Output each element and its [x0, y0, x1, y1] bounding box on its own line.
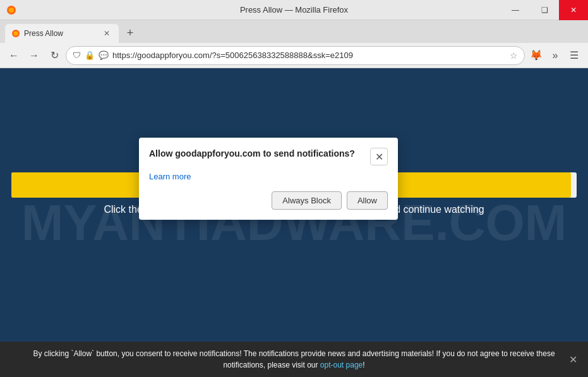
- extensions-button[interactable]: »: [546, 47, 564, 64]
- menu-button[interactable]: ☰: [565, 47, 583, 64]
- nav-right-buttons: 🦊 » ☰: [527, 47, 583, 64]
- close-button[interactable]: ✕: [559, 0, 588, 20]
- bottom-bar-text: By clicking `Allow` button, you consent …: [19, 348, 569, 371]
- active-tab[interactable]: Press Allow ✕: [5, 24, 119, 43]
- dialog-title: Allow goodappforyou.com to send notifica…: [149, 148, 364, 160]
- reload-button[interactable]: ↻: [45, 47, 63, 64]
- browser-window: Press Allow — Mozilla Firefox — ❑ ✕ Pres…: [0, 0, 588, 377]
- minimize-button[interactable]: —: [501, 0, 530, 20]
- bottom-bar-text-before: By clicking `Allow` button, you consent …: [33, 349, 555, 369]
- url-text: https://goodappforyou.com/?s=50062563833…: [112, 51, 506, 60]
- page-content: MYANTIADWARE.COM 99% Click the «Allow» b…: [0, 68, 588, 377]
- svg-point-1: [9, 8, 14, 13]
- always-block-button[interactable]: Always Block: [272, 191, 342, 210]
- window-title: Press Allow — Mozilla Firefox: [240, 5, 348, 15]
- tab-bar: Press Allow ✕ +: [0, 20, 588, 43]
- nav-bar: ← → ↻ 🛡 🔒 💬 https://goodappforyou.com/?s…: [0, 43, 588, 68]
- bottom-bar-close-button[interactable]: ✕: [565, 352, 580, 367]
- dialog-actions: Always Block Allow: [149, 191, 388, 210]
- dialog-header: Allow goodappforyou.com to send notifica…: [149, 148, 388, 165]
- tab-title: Press Allow: [24, 29, 97, 38]
- maximize-button[interactable]: ❑: [530, 0, 559, 20]
- notification-dialog: Allow goodappforyou.com to send notifica…: [139, 138, 398, 220]
- notifications-icon: 💬: [99, 51, 109, 60]
- bookmark-star-icon[interactable]: ☆: [510, 51, 518, 61]
- back-button[interactable]: ←: [5, 47, 23, 64]
- tab-favicon: [11, 29, 20, 38]
- window-controls: — ❑ ✕: [501, 0, 588, 20]
- forward-button[interactable]: →: [25, 47, 43, 64]
- lock-icon: 🔒: [85, 51, 95, 60]
- address-bar[interactable]: 🛡 🔒 💬 https://goodappforyou.com/?s=50062…: [66, 46, 525, 65]
- opt-out-link[interactable]: opt-out page: [320, 361, 363, 369]
- allow-button[interactable]: Allow: [347, 191, 388, 210]
- svg-point-3: [14, 32, 18, 36]
- title-bar: Press Allow — Mozilla Firefox — ❑ ✕: [0, 0, 588, 20]
- dialog-close-button[interactable]: ✕: [370, 148, 388, 165]
- new-tab-button[interactable]: +: [121, 24, 139, 42]
- tab-close-button[interactable]: ✕: [101, 28, 112, 39]
- bottom-notification-bar: By clicking `Allow` button, you consent …: [0, 342, 588, 377]
- firefox-account-button[interactable]: 🦊: [527, 47, 545, 64]
- shield-icon: 🛡: [73, 51, 81, 60]
- bottom-bar-text-end: !: [363, 361, 364, 369]
- learn-more-link[interactable]: Learn more: [149, 172, 191, 181]
- firefox-icon: [6, 5, 16, 15]
